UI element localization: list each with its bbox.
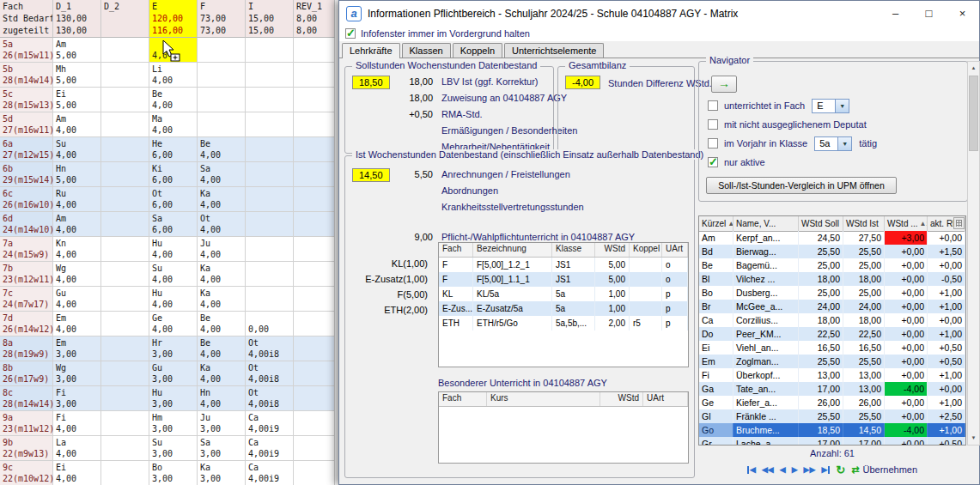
close-button[interactable]: × bbox=[946, 1, 979, 26]
matrix-cell[interactable] bbox=[246, 112, 294, 137]
matrix-cell[interactable] bbox=[101, 187, 149, 212]
matrix-cell[interactable] bbox=[101, 312, 149, 336]
matrix-cell[interactable] bbox=[294, 312, 335, 336]
matrix-cell[interactable]: Ca 4,00i9 bbox=[246, 461, 294, 485]
filter-checkbox[interactable] bbox=[708, 119, 718, 130]
matrix-cell[interactable] bbox=[246, 262, 294, 287]
teacher-row[interactable]: Ge Kiefer_a... 26,00 26,00 +0,00 +1,00 bbox=[699, 396, 965, 409]
teacher-row[interactable]: Ga Tate_an... 17,00 13,00 -4,00 +0,00 bbox=[699, 382, 965, 396]
matrix-cell[interactable]: Ma 4,00 bbox=[149, 112, 198, 137]
matrix-cell[interactable] bbox=[294, 137, 335, 162]
matrix-cell[interactable]: Mh 5,00 bbox=[53, 63, 101, 88]
scrollbar[interactable]: ▲ ▼ bbox=[967, 61, 980, 446]
matrix-cell[interactable]: Gu 3,00 bbox=[149, 361, 198, 386]
matrix-cell[interactable]: Ju 4,00 bbox=[198, 237, 246, 262]
matrix-cell[interactable]: Wg 4,00 bbox=[53, 262, 101, 287]
matrix-cell[interactable]: Ot 4,00 bbox=[198, 212, 246, 237]
teacher-row[interactable]: Br McGee_a... 24,00 24,00 +0,00 +1,00 bbox=[699, 300, 965, 313]
class-cell[interactable]: 7d 26(m14w12) bbox=[0, 312, 53, 336]
matrix-cell[interactable]: Be 4,00 bbox=[198, 137, 246, 162]
matrix-cell[interactable] bbox=[198, 38, 246, 63]
matrix-cell[interactable]: Be 4,00 bbox=[149, 88, 198, 112]
matrix-cell[interactable]: Ka 4,00 bbox=[198, 287, 246, 312]
column-header[interactable]: Name, V... bbox=[733, 216, 799, 231]
unterricht-row[interactable]: ETH ETH/r5/Go 5a,5b,... 2,00 r5 p bbox=[439, 316, 688, 330]
chevron-down-icon[interactable]: ▼ bbox=[837, 137, 851, 150]
matrix-cell[interactable] bbox=[294, 63, 335, 88]
matrix-cell[interactable]: Ka 4,00 bbox=[198, 361, 246, 386]
matrix-cell[interactable]: Ei 5,00 bbox=[53, 88, 101, 112]
filter-combobox[interactable]: 5a ▼ bbox=[814, 136, 852, 151]
class-cell[interactable]: 6b 29(m15w14) bbox=[0, 162, 53, 187]
column-header[interactable]: WStd Ist bbox=[843, 216, 885, 231]
matrix-cell[interactable] bbox=[198, 112, 246, 137]
teacher-row[interactable]: Gl Fränkle ... 25,50 25,50 +0,00 +2,50 bbox=[699, 409, 965, 423]
matrix-cell[interactable] bbox=[198, 88, 246, 112]
matrix-cell[interactable]: Li 4,00 bbox=[149, 63, 198, 88]
column-header[interactable]: Kürzel ▲1 bbox=[699, 216, 733, 231]
matrix-cell[interactable]: Ot 6,00 bbox=[149, 187, 198, 212]
column-header[interactable]: WStd Soll bbox=[799, 216, 843, 231]
class-cell[interactable]: 6d 24(m14w10) bbox=[0, 212, 53, 237]
matrix-cell[interactable] bbox=[294, 436, 335, 461]
class-cell[interactable]: 9b 22(m9w13) bbox=[0, 436, 53, 461]
scroll-thumb[interactable] bbox=[969, 76, 978, 151]
matrix-cell[interactable] bbox=[246, 237, 294, 262]
teacher-row[interactable]: Gr Lache_a... 17,00 17,00 +0,00 +0,50 bbox=[699, 437, 965, 445]
matrix-cell[interactable]: Hn 5,00 bbox=[53, 162, 101, 187]
matrix-cell[interactable] bbox=[101, 436, 149, 461]
matrix-cell[interactable] bbox=[101, 287, 149, 312]
matrix-cell[interactable]: Ka 4,00 bbox=[198, 262, 246, 287]
matrix-cell[interactable]: Hm 3,00 bbox=[149, 411, 198, 436]
class-cell[interactable]: 7a 24(m15w9) bbox=[0, 237, 53, 262]
teacher-row[interactable]: Be Bagemü... 25,00 25,00 +0,00 +0,00 bbox=[699, 258, 965, 272]
matrix-cell[interactable] bbox=[198, 63, 246, 88]
matrix-cell[interactable]: Am 4,00 bbox=[53, 112, 101, 137]
matrix-cell[interactable] bbox=[101, 112, 149, 137]
class-cell[interactable]: 5d 27(m16w11) bbox=[0, 112, 53, 137]
matrix-cell[interactable]: Hn 4,00 bbox=[198, 386, 246, 411]
matrix-cell[interactable]: Hu 3,00 bbox=[149, 386, 198, 411]
matrix-cell[interactable] bbox=[294, 187, 335, 212]
matrix-cell[interactable]: Ki 6,00 bbox=[149, 162, 198, 187]
matrix-cell[interactable]: La 4,00 bbox=[53, 436, 101, 461]
maximize-button[interactable]: □ bbox=[912, 1, 946, 26]
filter-checkbox[interactable] bbox=[708, 100, 718, 111]
matrix-cell[interactable]: Ru 4,00 bbox=[53, 187, 101, 212]
matrix-cell[interactable] bbox=[294, 88, 335, 112]
scroll-up-icon[interactable]: ▲ bbox=[968, 62, 979, 75]
chevron-down-icon[interactable]: ▼ bbox=[835, 100, 849, 112]
scroll-down-icon[interactable]: ▼ bbox=[968, 432, 979, 445]
filter-combobox[interactable]: E ▼ bbox=[812, 99, 849, 113]
last-record-button[interactable]: ▶ bbox=[821, 465, 830, 474]
matrix-cell[interactable]: 4,0 bbox=[149, 38, 198, 63]
tab[interactable]: Lehrkräfte bbox=[342, 43, 400, 58]
matrix-cell[interactable] bbox=[294, 287, 335, 312]
unterricht-row[interactable]: F F[5,00]_1.2_1 JS1 5,00 o bbox=[439, 258, 688, 272]
matrix-cell[interactable] bbox=[246, 38, 294, 63]
matrix-cell[interactable]: Hu 4,00 bbox=[149, 237, 198, 262]
matrix-cell[interactable] bbox=[101, 137, 149, 162]
matrix-cell[interactable]: Gu 4,00 bbox=[53, 287, 101, 312]
go-button[interactable]: → bbox=[711, 76, 737, 93]
matrix-cell[interactable] bbox=[246, 88, 294, 112]
first-record-button[interactable]: ◀ bbox=[747, 465, 756, 474]
teacher-row[interactable]: Ca Corzilius... 18,00 18,00 +0,00 +0,00 bbox=[699, 313, 965, 327]
matrix-cell[interactable] bbox=[246, 287, 294, 312]
refresh-icon[interactable]: ↻ bbox=[836, 464, 845, 476]
class-cell[interactable]: 8b 26(m17w9) bbox=[0, 361, 53, 386]
matrix-cell[interactable] bbox=[246, 137, 294, 162]
matrix-cell[interactable] bbox=[101, 212, 149, 237]
matrix-cell[interactable]: Su 3,00 bbox=[149, 436, 198, 461]
matrix-cell[interactable]: Ei 4,00 bbox=[53, 461, 101, 485]
always-on-top-checkbox[interactable] bbox=[345, 28, 356, 39]
matrix-cell[interactable] bbox=[101, 262, 149, 287]
teacher-row[interactable]: Go Bruchme... 18,50 14,50 -4,00 +1,00 bbox=[699, 423, 965, 437]
matrix-cell[interactable] bbox=[101, 361, 149, 386]
class-cell[interactable]: 8a 28(m19w9) bbox=[0, 336, 53, 361]
matrix-cell[interactable]: Ca 4,00i9 bbox=[246, 436, 294, 461]
matrix-cell[interactable] bbox=[246, 162, 294, 187]
matrix-cell[interactable] bbox=[101, 386, 149, 411]
class-cell[interactable]: 7c 24(m7w17) bbox=[0, 287, 53, 312]
matrix-cell[interactable] bbox=[294, 386, 335, 411]
